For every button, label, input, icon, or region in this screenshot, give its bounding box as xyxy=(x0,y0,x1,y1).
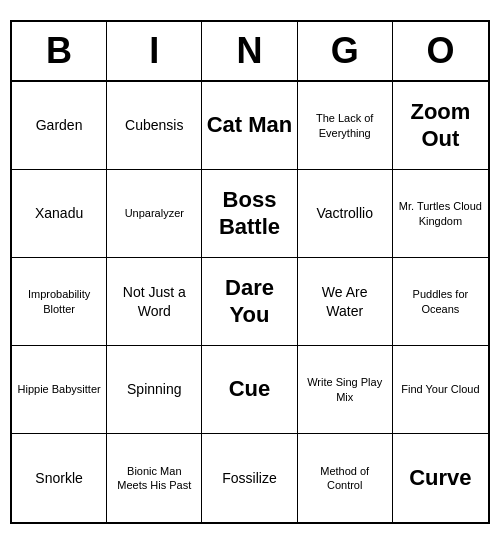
cell-text-8: Vactrollio xyxy=(316,204,373,222)
bingo-cell-20: Snorkle xyxy=(12,434,107,522)
cell-text-2: Cat Man xyxy=(207,112,293,138)
cell-text-4: Zoom Out xyxy=(397,99,484,152)
header-letter-b: B xyxy=(12,22,107,80)
bingo-cell-16: Spinning xyxy=(107,346,202,434)
bingo-cell-23: Method of Control xyxy=(298,434,393,522)
bingo-cell-14: Puddles for Oceans xyxy=(393,258,488,346)
bingo-header: BINGO xyxy=(12,22,488,82)
cell-text-21: Bionic Man Meets His Past xyxy=(111,464,197,493)
bingo-cell-9: Mr. Turtles Cloud Kingdom xyxy=(393,170,488,258)
cell-text-13: We Are Water xyxy=(302,283,388,319)
bingo-cell-18: Write Sing Play Mix xyxy=(298,346,393,434)
header-letter-o: O xyxy=(393,22,488,80)
bingo-cell-12: Dare You xyxy=(202,258,297,346)
bingo-cell-8: Vactrollio xyxy=(298,170,393,258)
header-letter-i: I xyxy=(107,22,202,80)
cell-text-17: Cue xyxy=(229,376,271,402)
cell-text-22: Fossilize xyxy=(222,469,276,487)
bingo-cell-11: Not Just a Word xyxy=(107,258,202,346)
bingo-cell-4: Zoom Out xyxy=(393,82,488,170)
bingo-cell-19: Find Your Cloud xyxy=(393,346,488,434)
header-letter-g: G xyxy=(298,22,393,80)
bingo-cell-0: Garden xyxy=(12,82,107,170)
bingo-cell-15: Hippie Babysitter xyxy=(12,346,107,434)
cell-text-14: Puddles for Oceans xyxy=(397,287,484,316)
cell-text-11: Not Just a Word xyxy=(111,283,197,319)
cell-text-18: Write Sing Play Mix xyxy=(302,375,388,404)
cell-text-10: Improbability Blotter xyxy=(16,287,102,316)
cell-text-15: Hippie Babysitter xyxy=(18,382,101,396)
cell-text-6: Unparalyzer xyxy=(125,206,184,220)
cell-text-16: Spinning xyxy=(127,380,182,398)
cell-text-24: Curve xyxy=(409,465,471,491)
bingo-cell-10: Improbability Blotter xyxy=(12,258,107,346)
bingo-cell-2: Cat Man xyxy=(202,82,297,170)
bingo-cell-5: Xanadu xyxy=(12,170,107,258)
bingo-cell-17: Cue xyxy=(202,346,297,434)
header-letter-n: N xyxy=(202,22,297,80)
bingo-card: BINGO GardenCubensisCat ManThe Lack of E… xyxy=(10,20,490,524)
cell-text-20: Snorkle xyxy=(35,469,82,487)
bingo-grid: GardenCubensisCat ManThe Lack of Everyth… xyxy=(12,82,488,522)
bingo-cell-6: Unparalyzer xyxy=(107,170,202,258)
bingo-cell-3: The Lack of Everything xyxy=(298,82,393,170)
cell-text-23: Method of Control xyxy=(302,464,388,493)
cell-text-1: Cubensis xyxy=(125,116,183,134)
cell-text-12: Dare You xyxy=(206,275,292,328)
cell-text-19: Find Your Cloud xyxy=(401,382,479,396)
bingo-cell-13: We Are Water xyxy=(298,258,393,346)
bingo-cell-1: Cubensis xyxy=(107,82,202,170)
cell-text-9: Mr. Turtles Cloud Kingdom xyxy=(397,199,484,228)
cell-text-3: The Lack of Everything xyxy=(302,111,388,140)
cell-text-7: Boss Battle xyxy=(206,187,292,240)
bingo-cell-21: Bionic Man Meets His Past xyxy=(107,434,202,522)
bingo-cell-7: Boss Battle xyxy=(202,170,297,258)
cell-text-0: Garden xyxy=(36,116,83,134)
cell-text-5: Xanadu xyxy=(35,204,83,222)
bingo-cell-22: Fossilize xyxy=(202,434,297,522)
bingo-cell-24: Curve xyxy=(393,434,488,522)
